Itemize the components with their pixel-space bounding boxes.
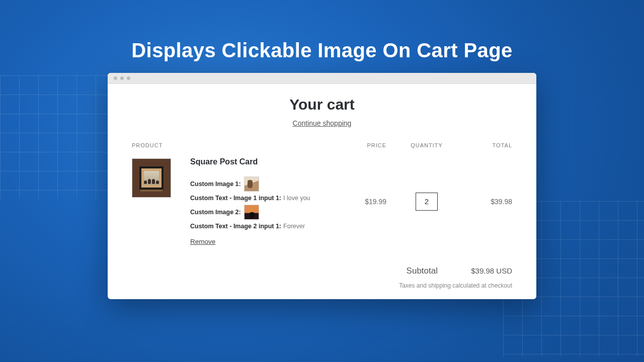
custom-image-1-thumbnail[interactable] xyxy=(244,176,259,192)
custom-image-2-thumbnail[interactable] xyxy=(244,205,259,220)
quantity-stepper[interactable]: 2 xyxy=(416,193,438,211)
cart-row: Square Post Card Custom Image 1: Custom … xyxy=(132,157,512,246)
custom-image-2-row: Custom Image 2: xyxy=(190,205,326,220)
tax-shipping-note: Taxes and shipping calculated at checkou… xyxy=(132,282,512,289)
custom-text-1-value: I love you xyxy=(283,195,310,202)
product-image-frame xyxy=(139,166,164,190)
cart-title: Your cart xyxy=(132,96,512,113)
window-dot xyxy=(114,76,117,80)
custom-image-2-label: Custom Image 2: xyxy=(190,209,241,216)
window-dot xyxy=(127,76,130,80)
product-details: Square Post Card Custom Image 1: Custom … xyxy=(177,157,326,246)
subtotal-value: $39.98 USD xyxy=(462,266,512,275)
product-image-photo xyxy=(144,171,159,185)
custom-text-2-row: Custom Text - Image 2 input 1: Forever xyxy=(190,223,326,230)
cart-summary: Subtotal $39.98 USD Taxes and shipping c… xyxy=(132,266,512,289)
subtotal-label: Subtotal xyxy=(407,266,438,276)
item-total: $39.98 xyxy=(457,198,512,206)
th-product: PRODUCT xyxy=(132,142,326,148)
product-title[interactable]: Square Post Card xyxy=(190,157,326,166)
quantity-cell: 2 xyxy=(386,193,457,211)
custom-text-1-label: Custom Text - Image 1 input 1: xyxy=(190,195,281,202)
stage: Displays Clickable Image On Cart Page Yo… xyxy=(0,0,644,362)
custom-text-2-value: Forever xyxy=(283,223,305,230)
cart-table-header: PRODUCT PRICE QUANTITY TOTAL xyxy=(132,142,512,157)
custom-image-1-label: Custom Image 1: xyxy=(190,180,241,188)
window-dot xyxy=(120,76,124,80)
th-price: PRICE xyxy=(326,142,386,148)
page-headline: Displays Clickable Image On Cart Page xyxy=(0,39,644,62)
remove-link[interactable]: Remove xyxy=(190,238,215,245)
th-quantity: QUANTITY xyxy=(386,142,457,148)
custom-text-2-label: Custom Text - Image 2 input 1: xyxy=(190,223,281,230)
cart-page: Your cart Continue shopping PRODUCT PRIC… xyxy=(108,84,536,299)
product-image[interactable] xyxy=(132,158,171,198)
custom-text-1-row: Custom Text - Image 1 input 1: I love yo… xyxy=(190,195,326,202)
custom-image-1-row: Custom Image 1: xyxy=(190,176,326,192)
th-total: TOTAL xyxy=(457,142,512,148)
browser-titlebar xyxy=(108,73,536,84)
browser-window: Your cart Continue shopping PRODUCT PRIC… xyxy=(108,73,536,299)
continue-shopping-link[interactable]: Continue shopping xyxy=(293,119,352,127)
item-price: $19.99 xyxy=(326,198,386,206)
